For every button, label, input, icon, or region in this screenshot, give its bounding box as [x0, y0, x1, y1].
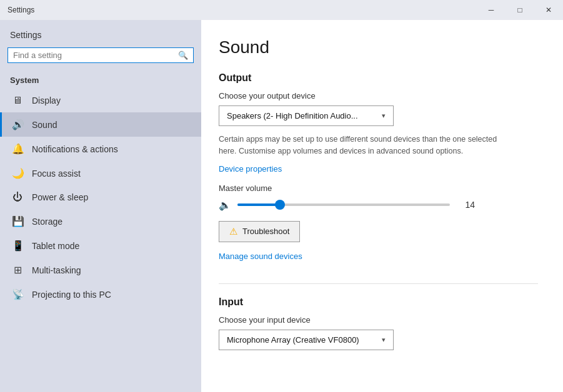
display-icon: 🖥 — [12, 95, 23, 106]
sidebar-item-label-power: Power & sleep — [32, 192, 88, 202]
app-title: Settings — [7, 6, 34, 14]
search-icon: 🔍 — [178, 51, 188, 60]
sidebar-item-notifications[interactable]: 🔔 Notifications & actions — [0, 137, 201, 161]
sidebar-item-label-sound: Sound — [32, 120, 57, 130]
output-device-value: Speakers (2- High Definition Audio... — [227, 111, 358, 120]
sidebar-item-power[interactable]: ⏻ Power & sleep — [0, 185, 201, 209]
input-choose-label: Choose your input device — [219, 315, 538, 325]
section-divider — [219, 283, 538, 284]
volume-slider[interactable] — [237, 203, 450, 206]
system-section-label: System — [0, 71, 201, 89]
volume-low-icon: 🔈 — [219, 199, 231, 211]
output-section-title: Output — [219, 72, 538, 84]
sidebar-item-tablet[interactable]: 📱 Tablet mode — [0, 233, 201, 258]
sidebar-item-label-multitasking: Multi-tasking — [32, 265, 81, 275]
sidebar: Settings 🔍 System 🖥 Display 🔊 Sound 🔔 No… — [0, 20, 201, 392]
sidebar-item-multitasking[interactable]: ⊞ Multi-tasking — [0, 258, 201, 282]
sidebar-header: Settings — [0, 20, 201, 45]
app-body: Settings 🔍 System 🖥 Display 🔊 Sound 🔔 No… — [0, 20, 563, 392]
input-device-dropdown[interactable]: Microphone Array (Creative VF0800) ▾ — [219, 330, 394, 350]
chevron-down-icon: ▾ — [382, 112, 386, 120]
tablet-icon: 📱 — [12, 240, 23, 252]
sidebar-item-label-display: Display — [32, 96, 61, 105]
window-controls: ─ □ ✕ — [477, 0, 563, 20]
input-device-value: Microphone Array (Creative VF0800) — [227, 335, 359, 345]
output-info-text: Certain apps may be set up to use differ… — [219, 134, 500, 157]
page-title: Sound — [219, 37, 538, 57]
sidebar-item-label-storage: Storage — [32, 217, 62, 227]
sidebar-item-focus[interactable]: 🌙 Focus assist — [0, 161, 201, 185]
volume-value: 14 — [456, 200, 475, 210]
sidebar-item-projecting[interactable]: 📡 Projecting to this PC — [0, 282, 201, 306]
input-section-title: Input — [219, 296, 538, 308]
troubleshoot-button[interactable]: ⚠ Troubleshoot — [219, 221, 300, 242]
sidebar-item-label-tablet: Tablet mode — [32, 241, 79, 251]
sidebar-item-label-focus: Focus assist — [32, 169, 81, 179]
maximize-button[interactable]: □ — [506, 0, 534, 20]
search-input[interactable] — [13, 51, 178, 60]
projecting-icon: 📡 — [12, 288, 23, 300]
output-device-dropdown[interactable]: Speakers (2- High Definition Audio... ▾ — [219, 105, 394, 126]
master-volume-label: Master volume — [219, 184, 538, 193]
slider-fill — [237, 203, 280, 206]
minimize-button[interactable]: ─ — [477, 0, 506, 20]
slider-thumb[interactable] — [275, 200, 285, 210]
sidebar-item-label-projecting: Projecting to this PC — [32, 290, 111, 300]
chevron-down-icon-input: ▾ — [382, 336, 386, 344]
multitasking-icon: ⊞ — [12, 264, 23, 276]
device-properties-link[interactable]: Device properties — [219, 164, 282, 174]
sidebar-item-storage[interactable]: 💾 Storage — [0, 209, 201, 233]
power-icon: ⏻ — [12, 192, 23, 203]
warning-icon: ⚠ — [229, 226, 237, 237]
sidebar-item-label-notifications: Notifications & actions — [32, 144, 118, 154]
close-button[interactable]: ✕ — [534, 0, 563, 20]
sidebar-item-sound[interactable]: 🔊 Sound — [0, 112, 201, 137]
sound-icon: 🔊 — [12, 119, 23, 130]
volume-row: 🔈 14 — [219, 199, 538, 211]
notifications-icon: 🔔 — [12, 143, 23, 155]
main-content: Sound Output Choose your output device S… — [201, 20, 563, 392]
titlebar: Settings ─ □ ✕ — [0, 0, 563, 20]
focus-icon: 🌙 — [12, 167, 23, 179]
manage-sound-devices-link[interactable]: Manage sound devices — [219, 252, 302, 261]
output-choose-label: Choose your output device — [219, 91, 538, 100]
troubleshoot-label: Troubleshoot — [242, 227, 289, 236]
storage-icon: 💾 — [12, 215, 23, 227]
sidebar-item-display[interactable]: 🖥 Display — [0, 89, 201, 112]
search-box[interactable]: 🔍 — [7, 47, 194, 63]
